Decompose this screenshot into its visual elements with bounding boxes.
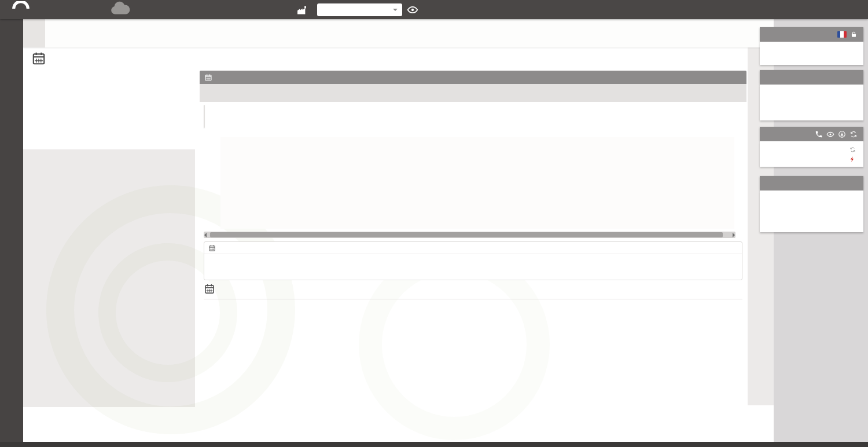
calendar-icon — [208, 244, 216, 252]
day-axis — [193, 137, 219, 229]
personne-header — [760, 27, 863, 42]
panel-header — [200, 71, 746, 84]
info-row-site — [766, 146, 858, 153]
personne-body — [760, 42, 863, 65]
site-card-header — [760, 70, 863, 85]
scrollbar-thumb[interactable] — [210, 232, 723, 237]
castel-logo — [5, 1, 36, 11]
left-panel-background — [23, 149, 195, 407]
phone-icon[interactable] — [815, 130, 823, 138]
statistiques-header — [760, 176, 863, 190]
disconnected-icon — [849, 156, 856, 163]
scroll-left-arrow-icon[interactable] — [204, 233, 207, 237]
site-view-eye-icon[interactable] — [407, 4, 418, 16]
lock-icon[interactable] — [850, 31, 858, 38]
french-flag-icon[interactable] — [837, 31, 847, 38]
main-toolbar — [23, 19, 774, 47]
instructions-header — [204, 242, 742, 254]
chevron-down-icon — [393, 9, 398, 13]
week-pager — [204, 105, 205, 128]
statistiques-body — [760, 190, 863, 232]
bottom-bar — [0, 442, 868, 447]
toolbar-corner — [23, 19, 45, 47]
informations-body — [760, 141, 863, 167]
reservation-calendar-icon — [31, 51, 46, 66]
download-icon[interactable] — [838, 130, 846, 138]
instructions-box — [204, 241, 742, 280]
site-building-icon — [296, 4, 308, 16]
left-rail — [0, 19, 23, 442]
site-selector-group — [296, 0, 418, 19]
cloud-icon — [109, 1, 132, 16]
panel-action-bar — [200, 84, 746, 102]
sync-icon — [849, 146, 856, 153]
sync-icon[interactable] — [849, 130, 858, 138]
calendar-icon — [204, 283, 215, 295]
page-title — [31, 51, 52, 66]
info-row-network — [766, 156, 858, 163]
cloud-badge — [109, 1, 132, 16]
castel-arch-icon — [10, 1, 31, 9]
horizontal-scrollbar[interactable] — [204, 232, 735, 238]
eye-icon[interactable] — [826, 130, 834, 138]
top-bar — [0, 0, 868, 19]
reservations-heading — [204, 283, 742, 299]
calendar-icon — [204, 74, 212, 82]
site-card-body — [760, 85, 863, 120]
informations-header — [760, 127, 863, 141]
availability-grid — [220, 137, 734, 229]
site-select[interactable] — [317, 3, 402, 16]
scroll-right-arrow-icon[interactable] — [733, 233, 735, 237]
